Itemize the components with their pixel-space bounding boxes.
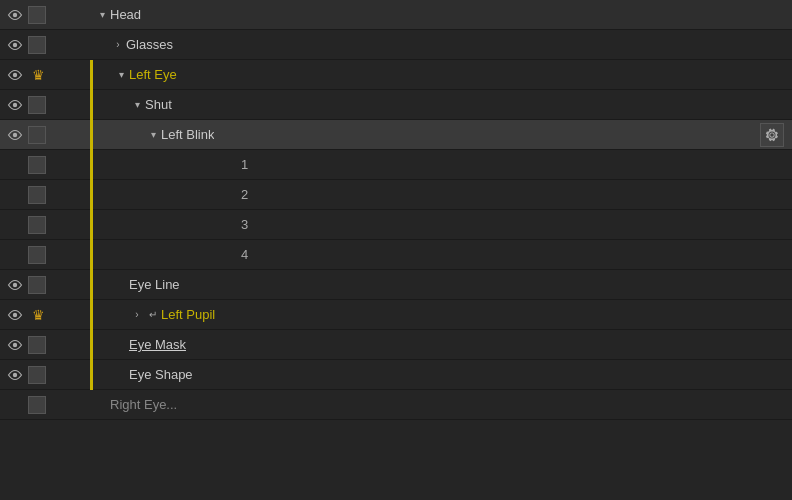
svg-point-3	[13, 102, 17, 106]
layer-row-eye-shape[interactable]: Eye Shape	[0, 360, 792, 390]
left-controls-eye-line	[0, 274, 90, 296]
layer-content-shut: ▾Shut	[93, 97, 792, 113]
color-swatch-eye-mask[interactable]	[28, 336, 46, 354]
crown-icon-left-pupil: ♛	[28, 307, 48, 323]
eye-icon-shut[interactable]	[4, 94, 26, 116]
eye-icon-left-pupil[interactable]	[4, 304, 26, 326]
left-controls-glasses	[0, 34, 90, 56]
layer-name-frame-3: 3	[241, 217, 248, 232]
color-swatch-frame-1[interactable]	[28, 156, 46, 174]
color-swatch-frame-2[interactable]	[28, 186, 46, 204]
layer-row-left-blink[interactable]: ▾Left Blink	[0, 120, 792, 150]
layer-row-glasses[interactable]: ›Glasses	[0, 30, 792, 60]
layer-content-head: ▾Head	[90, 7, 792, 23]
svg-point-2	[13, 72, 17, 76]
layer-name-frame-4: 4	[241, 247, 248, 262]
gear-icon-left-blink[interactable]	[760, 123, 784, 147]
expand-arrow-left-pupil[interactable]: ›	[129, 307, 145, 323]
layer-name-eye-shape: Eye Shape	[129, 367, 193, 382]
layer-name-eye-line: Eye Line	[129, 277, 180, 292]
expand-arrow-shut[interactable]: ▾	[129, 97, 145, 113]
left-controls-frame-1	[0, 154, 90, 176]
svg-point-4	[13, 132, 17, 136]
color-swatch-frame-4[interactable]	[28, 246, 46, 264]
layer-name-shut: Shut	[145, 97, 172, 112]
layer-content-eye-mask: Eye Mask	[93, 337, 792, 352]
left-controls-left-pupil: ♛	[0, 304, 90, 326]
layer-row-eye-mask[interactable]: Eye Mask	[0, 330, 792, 360]
expand-arrow-left-blink[interactable]: ▾	[145, 127, 161, 143]
layer-content-eye-shape: Eye Shape	[93, 367, 792, 382]
layer-content-frame-4: 4	[93, 247, 792, 262]
layer-name-right-eye-partial: Right Eye...	[110, 397, 177, 412]
layer-content-left-eye: ▾Left Eye	[93, 67, 792, 83]
layer-row-left-eye[interactable]: ♛▾Left Eye	[0, 60, 792, 90]
layer-content-eye-line: Eye Line	[93, 277, 792, 292]
left-controls-shut	[0, 94, 90, 116]
layer-name-glasses: Glasses	[126, 37, 173, 52]
left-controls-eye-shape	[0, 364, 90, 386]
color-swatch-glasses[interactable]	[28, 36, 46, 54]
layer-row-frame-3[interactable]: 3	[0, 210, 792, 240]
left-controls-frame-4	[0, 244, 90, 266]
layer-name-eye-mask: Eye Mask	[129, 337, 186, 352]
layer-name-left-eye: Left Eye	[129, 67, 177, 82]
layer-content-right-eye-partial: Right Eye...	[90, 397, 792, 412]
svg-point-1	[13, 42, 17, 46]
left-controls-right-eye-partial	[0, 394, 90, 416]
color-swatch-frame-3[interactable]	[28, 216, 46, 234]
svg-point-0	[13, 12, 17, 16]
left-controls-frame-2	[0, 184, 90, 206]
layer-name-frame-1: 1	[241, 157, 248, 172]
svg-point-6	[13, 312, 17, 316]
layer-content-left-blink: ▾Left Blink	[93, 127, 760, 143]
left-controls-left-eye: ♛	[0, 64, 90, 86]
layer-name-left-blink: Left Blink	[161, 127, 214, 142]
layer-row-shut[interactable]: ▾Shut	[0, 90, 792, 120]
extra-arrow-left-pupil: ↵	[145, 307, 161, 323]
layer-content-left-pupil: ›↵Left Pupil	[93, 307, 792, 323]
color-swatch-eye-line[interactable]	[28, 276, 46, 294]
layer-name-left-pupil: Left Pupil	[161, 307, 215, 322]
layer-content-frame-2: 2	[93, 187, 792, 202]
layer-row-eye-line[interactable]: Eye Line	[0, 270, 792, 300]
layer-row-head[interactable]: ▾Head	[0, 0, 792, 30]
layer-row-frame-1[interactable]: 1	[0, 150, 792, 180]
layer-content-glasses: ›Glasses	[90, 37, 792, 53]
layer-panel: ▾Head ›Glasses ♛▾Left Eye ▾Shut ▾Left Bl…	[0, 0, 792, 500]
svg-point-5	[13, 282, 17, 286]
expand-arrow-glasses[interactable]: ›	[110, 37, 126, 53]
expand-arrow-head[interactable]: ▾	[94, 7, 110, 23]
color-swatch-left-blink[interactable]	[28, 126, 46, 144]
eye-icon-left-eye[interactable]	[4, 64, 26, 86]
left-controls-frame-3	[0, 214, 90, 236]
svg-point-8	[13, 372, 17, 376]
layer-row-left-pupil[interactable]: ♛›↵Left Pupil	[0, 300, 792, 330]
layer-content-frame-1: 1	[93, 157, 792, 172]
crown-icon-left-eye: ♛	[28, 67, 48, 83]
left-controls-eye-mask	[0, 334, 90, 356]
color-swatch-right-eye-partial[interactable]	[28, 396, 46, 414]
eye-icon-head[interactable]	[4, 4, 26, 26]
gear-area-left-blink	[760, 123, 792, 147]
layer-name-frame-2: 2	[241, 187, 248, 202]
left-controls-head	[0, 4, 90, 26]
expand-arrow-left-eye[interactable]: ▾	[113, 67, 129, 83]
color-swatch-head[interactable]	[28, 6, 46, 24]
layer-row-frame-4[interactable]: 4	[0, 240, 792, 270]
eye-icon-eye-shape[interactable]	[4, 364, 26, 386]
color-swatch-eye-shape[interactable]	[28, 366, 46, 384]
eye-icon-eye-mask[interactable]	[4, 334, 26, 356]
color-swatch-shut[interactable]	[28, 96, 46, 114]
layer-row-right-eye-partial[interactable]: Right Eye...	[0, 390, 792, 420]
eye-icon-left-blink[interactable]	[4, 124, 26, 146]
eye-icon-eye-line[interactable]	[4, 274, 26, 296]
layer-content-frame-3: 3	[93, 217, 792, 232]
svg-point-7	[13, 342, 17, 346]
left-controls-left-blink	[0, 124, 90, 146]
eye-icon-glasses[interactable]	[4, 34, 26, 56]
layer-row-frame-2[interactable]: 2	[0, 180, 792, 210]
layer-name-head: Head	[110, 7, 141, 22]
